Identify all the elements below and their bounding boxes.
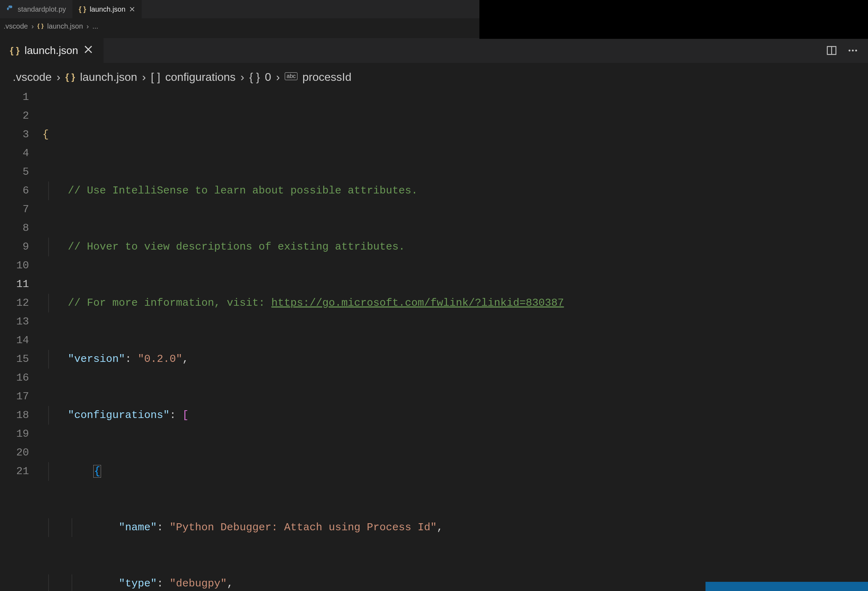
line-number: 16 [0,368,29,387]
code-line: { [43,462,868,481]
line-number: 3 [0,125,29,144]
tab-launch-json-large[interactable]: { } launch.json [0,38,103,63]
tab-label: launch.json [24,44,78,56]
line-number: 4 [0,144,29,163]
more-actions-icon[interactable] [847,45,858,56]
chevron-right-icon: › [276,71,280,84]
chevron-right-icon: › [241,71,245,84]
object-icon: { } [249,71,260,84]
breadcrumb-segment[interactable]: launch.json [47,22,83,30]
code-area[interactable]: { // Use IntelliSense to learn about pos… [43,88,868,591]
breadcrumb-large[interactable]: .vscode › { } launch.json › [ ] configur… [0,63,868,87]
python-file-icon [6,4,14,14]
line-number: 17 [0,387,29,406]
svg-point-8 [849,49,850,51]
code-line: // For more information, visit: https://… [43,294,868,312]
line-number: 10 [0,256,29,275]
line-number: 21 [0,462,29,481]
line-number: 11 [0,275,29,294]
chevron-right-icon: › [142,71,146,84]
string-icon: abc [285,72,297,80]
line-number: 14 [0,331,29,350]
line-number: 9 [0,237,29,256]
line-number: 7 [0,200,29,219]
chevron-right-icon: › [31,22,34,30]
breadcrumb-segment[interactable]: ... [92,22,98,30]
line-number: 15 [0,350,29,368]
line-number: 2 [0,107,29,125]
line-number: 6 [0,181,29,200]
large-tab-strip: { } launch.json [0,38,868,63]
chevron-right-icon: › [56,71,61,84]
breadcrumb-segment[interactable]: configurations [165,71,236,84]
code-line: { [43,125,868,144]
large-tab-actions [826,38,868,63]
breadcrumb-segment[interactable]: launch.json [80,71,137,84]
tab-launch-json[interactable]: { } launch.json [72,0,142,18]
code-line: "name": "Python Debugger: Attach using P… [43,518,868,537]
line-number: 8 [0,219,29,237]
chevron-right-icon: › [87,22,89,30]
tab-label: standardplot.py [18,5,66,13]
json-file-icon: { } [37,23,44,29]
json-file-icon: { } [10,45,19,56]
json-file-icon: { } [79,5,86,13]
line-number: 13 [0,312,29,331]
breadcrumb-segment[interactable]: .vscode [3,22,28,30]
tab-standardplot-py[interactable]: standardplot.py [0,0,72,18]
line-number: 12 [0,294,29,312]
breadcrumb-segment[interactable]: 0 [265,71,271,84]
array-icon: [ ] [151,71,160,84]
code-line: // Use IntelliSense to learn about possi… [43,181,868,200]
svg-point-9 [852,49,853,51]
line-number: 18 [0,406,29,425]
tab-label: launch.json [90,5,125,13]
split-editor-icon[interactable] [826,45,837,56]
close-icon[interactable] [83,44,94,57]
svg-point-0 [9,6,10,6]
code-line: "version": "0.2.0", [43,350,868,368]
line-number: 5 [0,163,29,181]
title-bar-void [480,0,868,39]
line-number: 1 [0,88,29,107]
code-editor[interactable]: 1 2 3 4 5 6 7 8 9 10 11 12 13 14 15 16 1… [0,87,868,591]
close-icon[interactable] [129,6,135,12]
code-line: // Hover to view descriptions of existin… [43,237,868,256]
breadcrumb-segment[interactable]: .vscode [13,71,52,84]
code-line: "configurations": [ [43,406,868,425]
line-number: 19 [0,425,29,444]
status-bar-fragment [706,582,868,591]
json-file-icon: { } [65,72,75,83]
line-number: 20 [0,444,29,462]
line-number-gutter: 1 2 3 4 5 6 7 8 9 10 11 12 13 14 15 16 1… [0,88,43,591]
svg-point-10 [855,49,857,51]
breadcrumb-segment[interactable]: processId [303,71,351,84]
